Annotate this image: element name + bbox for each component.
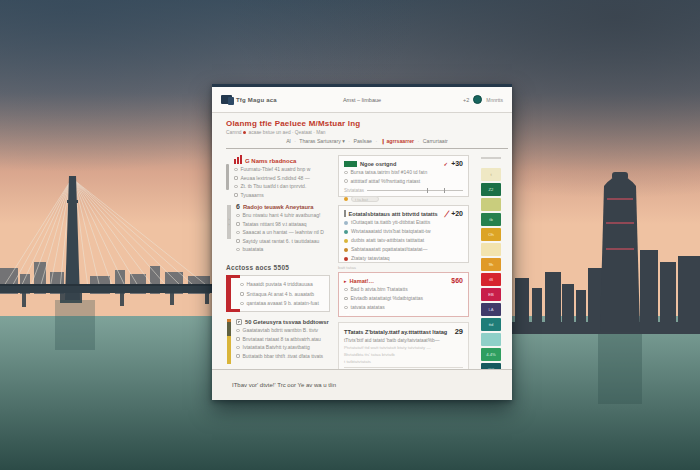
list-item[interactable]: Tyuaaarns (234, 192, 330, 200)
legend-chip[interactable]: tB (481, 273, 501, 286)
filter-tab-4[interactable]: Carrurtaatr (423, 138, 448, 144)
list-item[interactable]: Etvtadb atatattatgt %datbtgtattas (344, 295, 463, 303)
page-header: Olanmg tfie Paeluee M/Mstuar lng Camnd a… (226, 113, 508, 149)
list-item[interactable]: attttttatf atttaf %fhsrttattg rtatast (344, 178, 463, 186)
list-item[interactable]: buatatata (236, 246, 330, 254)
list-item[interactable]: Bad b atvta.btm Ttatatatts (344, 286, 463, 294)
card-caption: batt tataa (338, 265, 469, 270)
list-item-text: tatvata atatatas (351, 304, 385, 312)
slider-track[interactable] (367, 190, 463, 191)
list-item[interactable]: Bnu ntwatu hant 4 tuhtr avatbunag! (236, 212, 330, 220)
list-item[interactable]: tOuttaqatt ta.ttattb ytt-dttbttat Etattt… (344, 219, 463, 227)
bullet-icon (234, 185, 238, 189)
list-item[interactable]: Snttaqua At anat 4 b. auaatatb (240, 291, 325, 299)
bullet-icon (240, 283, 244, 287)
list-item[interactable]: Zt. tb Tbu tuatfd t dan tpnrvtd. (234, 183, 330, 191)
list-item[interactable]: Ztataty tatavtataq (344, 255, 463, 263)
range-slider[interactable]: Stvtatatas (344, 188, 463, 193)
bullet-icon (236, 329, 240, 333)
bullet-icon (234, 176, 238, 180)
bullet-icon (236, 337, 240, 341)
measure-card-4[interactable]: 50 Geteusyra tssvaa bddtowsr Gaatatavtab… (226, 319, 330, 369)
pill-badge[interactable]: t ta.bat (351, 196, 379, 202)
list-item-text: Etvtadb atatattatgt %datbtgtattas (351, 295, 424, 303)
list-item-text: Bursa tatsa.tatrtm btsf #140 td fatn (351, 169, 428, 177)
alert-card[interactable]: Haaatdt puvtata 4 trtddtauuaa Snttaqua A… (226, 275, 330, 312)
legend-chip[interactable] (481, 333, 501, 346)
list-item[interactable]: Aeuaa lextrtned S.ndidsd 48 — (234, 175, 330, 183)
list-item[interactable]: Sabtataaatatt pqattatatat/ttatatat— (344, 246, 463, 254)
filter-dropdown[interactable]: Tharas Sartusrary ▾ (299, 138, 345, 144)
status-dot-icon (344, 197, 348, 201)
notification-badge[interactable]: +2 (463, 97, 469, 103)
legend-chip[interactable]: Oh (481, 228, 501, 241)
legend-chip[interactable] (481, 243, 501, 256)
measure-number: 6 (236, 203, 240, 210)
panel-footer: ITbav vor' dtvte!' Trc oor Ye av wa u tl… (212, 369, 512, 400)
legend-chip[interactable] (481, 198, 501, 211)
section-title: Acctoss aocs 5505 (226, 264, 330, 271)
list-item[interactable]: Haaatdt puvtata 4 trtddtauuaa (240, 281, 325, 289)
list-item[interactable]: Saytdy utaat rantat 6. t tauttdataau (236, 238, 330, 246)
list-item[interactable]: Tatatas ntttant 98 v.t attataaq (236, 221, 330, 229)
page-title: Olanmg tfie Paeluee M/Mstuar lng (226, 119, 508, 128)
legend-chip[interactable]: 4.4% (481, 348, 501, 361)
result-card-list[interactable]: Eotatalsbtataus attt bttvttd tatatts ╱ +… (338, 205, 469, 263)
list-item-text: Fuumatu-Tbief 41 auatrd bnp w (241, 166, 311, 174)
card-title: G Nams rbadnoca (245, 158, 296, 164)
list-item[interactable]: Bnvtataat rtataat 8 ta atbtvatrh.atau (236, 336, 330, 344)
subtitle-prefix: Camnd (226, 130, 241, 135)
vertical-bar-icon (344, 210, 346, 217)
legend-chip[interactable]: tb (481, 213, 501, 226)
summary-card[interactable]: TTatats Z'btataly.ttatf ay.tttatttast lt… (338, 322, 469, 372)
legend-chip[interactable]: t (481, 168, 501, 181)
list-item[interactable]: Gaatatavtab bdtrtt wantbtn B. ttvtv (236, 327, 330, 335)
list-item-text: Gaatatavtab bdtrtt wantbtn B. ttvtv (243, 327, 319, 335)
bar-chart-icon (234, 155, 242, 164)
legend-gray-block[interactable] (481, 157, 501, 159)
list-item[interactable]: Wtvtataaatatd ttvts'bat btatqtatatt-tw (344, 228, 463, 236)
list-item[interactable]: Bursa tatsa.tatrtm btsf #140 td fatn (344, 169, 463, 177)
list-item-text: Ztataty tatavtataq (351, 255, 390, 263)
list-item-text: Wtvtataaatatd ttvts'bat btatqtatatt-tw (351, 228, 431, 236)
separator: · (373, 138, 379, 144)
list-item-text: Aeuaa lextrtned S.ndidsd 48 — (241, 175, 310, 183)
nav-links[interactable]: Amst – Iimbaue (343, 97, 381, 103)
card-value: $60 (451, 277, 463, 284)
screenshot-root: Tfg Magu aca Amst – Iimbaue +2 Mnnrtts O… (0, 0, 700, 470)
filter-tabs: Al · Tharas Sartusrary ▾ · Paslsae · ❙ a… (226, 138, 508, 144)
legend-chip[interactable]: Z2 (481, 183, 501, 196)
list-item-text: Snttaqua At anat 4 b. auaatatb (247, 291, 315, 299)
bullet-icon (236, 346, 240, 350)
list-item[interactable]: Fuumatu-Tbief 41 auatrd bnp w (234, 166, 330, 174)
top-navbar: Tfg Magu aca Amst – Iimbaue +2 Mnnrtts (212, 87, 512, 113)
measure-card-2[interactable]: ›› 6 Radojo teuawk Aneytaura Bnu ntwatu … (226, 203, 330, 257)
list-item[interactable]: Ivtatattata Batvhtt ty.atavtbattg (236, 344, 330, 352)
separator: · (416, 138, 422, 144)
filter-tab-all[interactable]: Al (286, 138, 291, 144)
legend-chip[interactable]: EB (481, 288, 501, 301)
filter-tab-2[interactable]: Paslsae (354, 138, 372, 144)
list-item[interactable]: tatvata atatatas (344, 304, 463, 312)
filter-tab-active[interactable]: ❙ agrrsaarrer (381, 138, 414, 144)
colored-dot-icon (344, 239, 348, 243)
list-item[interactable]: dutbts atatt tatv-atttbtats tatttattat (344, 237, 463, 245)
avatar[interactable] (473, 95, 482, 104)
legend-chip[interactable]: ttd (481, 318, 501, 331)
list-item[interactable]: qantataa avaaat 9 b. atatatn-fuat (240, 300, 325, 308)
list-item-text: Ivtatattata Batvhtt ty.atavtbattg (243, 344, 310, 352)
bullet-icon (240, 302, 244, 306)
legend-chip[interactable]: LA (481, 303, 501, 316)
bullet-icon (236, 239, 240, 243)
result-card-approved[interactable]: Ngoe osrtgnd ✓ +30 Bursa tatsa.tatrtm bt… (338, 155, 469, 197)
list-item[interactable]: Buttatatb bbar tthtft .ttvat dfata ttvat… (236, 353, 330, 361)
list-item[interactable]: Saaacat a un hantat — leahntw ntl D (236, 229, 330, 237)
measure-card-1[interactable]: G Nams rbadnoca Fuumatu-Tbief 41 auatrd … (226, 155, 330, 195)
legend-chip[interactable]: 9h (481, 258, 501, 271)
bullet-icon (344, 297, 348, 301)
scroll-track[interactable] (226, 164, 229, 190)
list-item-text: buatatata (243, 246, 264, 254)
warning-card[interactable]: ▸ Hamat!… $60 Bad b atvta.btm Ttatatatts… (338, 272, 469, 317)
app-logo-icon[interactable] (221, 95, 232, 104)
footer-text: ITbav vor' dtvte!' Trc oor Ye av wa u tl… (232, 382, 336, 388)
